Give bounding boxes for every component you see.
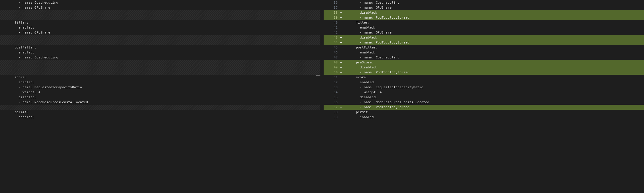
code-row[interactable]: - name: Coscheduling	[0, 0, 320, 5]
diff-sign	[340, 5, 343, 10]
code-row[interactable]: enabled:	[0, 80, 320, 85]
code-text: enabled:	[0, 25, 320, 30]
code-row[interactable]: 37 - name: GPUShare	[324, 5, 644, 10]
code-text: enabled:	[343, 50, 644, 55]
code-text: - name: NodeResourcesLeastAllocated	[343, 100, 644, 105]
line-number: 53	[324, 85, 340, 90]
code-row[interactable]: 50+ - name: PodTopologySpread	[324, 70, 644, 75]
code-row[interactable]: 38+ disabled:	[324, 10, 644, 15]
code-text: permit:	[343, 110, 644, 115]
code-row[interactable]: 59 enabled:	[324, 115, 644, 120]
code-row[interactable]: 54 weight: 4	[324, 90, 644, 95]
code-text: filter:	[0, 20, 320, 25]
code-row[interactable]: 56 - name: NodeResourcesLeastAllocated	[324, 100, 644, 105]
code-text: disabled:	[343, 35, 644, 40]
code-row[interactable]: enabled:	[0, 25, 320, 30]
diff-sign	[340, 110, 343, 115]
code-row[interactable]	[0, 105, 320, 110]
code-row[interactable]: 51 score:	[324, 75, 644, 80]
diff-sign: +	[340, 35, 343, 40]
code-row[interactable]: 46 enabled:	[324, 50, 644, 55]
code-row[interactable]	[0, 40, 320, 45]
code-row[interactable]	[0, 60, 320, 65]
line-number: 54	[324, 90, 340, 95]
line-number: 42	[324, 30, 340, 35]
code-row[interactable]: 47 - name: Coscheduling	[324, 55, 644, 60]
code-text: weight: 4	[0, 90, 320, 95]
code-text: disabled:	[343, 10, 644, 15]
code-row[interactable]: 49+ disabled:	[324, 65, 644, 70]
code-row[interactable]	[0, 10, 320, 15]
code-row[interactable]: - name: RequestedToCapacityRatio	[0, 85, 320, 90]
code-row[interactable]: filter:	[0, 20, 320, 25]
code-text: weight: 4	[343, 90, 644, 95]
line-number: 44	[324, 40, 340, 45]
code-row[interactable]: score:	[0, 75, 320, 80]
line-number: 41	[324, 25, 340, 30]
line-number: 36	[324, 0, 340, 5]
diff-view: - name: Coscheduling - name: GPUShare fi…	[0, 0, 644, 193]
code-row[interactable]: 52 enabled:	[324, 80, 644, 85]
code-text: - name: GPUShare	[343, 30, 644, 35]
code-row[interactable]: 43+ disabled:	[324, 35, 644, 40]
line-number: 48	[324, 60, 340, 65]
code-text: - name: GPUShare	[0, 30, 320, 35]
code-row[interactable]: 48+ preScore:	[324, 60, 644, 65]
code-text: disabled:	[0, 95, 320, 100]
line-number: 56	[324, 100, 340, 105]
pane-divider[interactable]	[320, 0, 324, 193]
code-row[interactable]: 39+ - name: PodTopologySpread	[324, 15, 644, 20]
line-number: 52	[324, 80, 340, 85]
code-text	[0, 65, 320, 70]
code-text	[0, 40, 320, 45]
code-text: preScore:	[343, 60, 644, 65]
code-row[interactable]: enabled:	[0, 115, 320, 120]
code-text: - name: PodTopologySpread	[343, 105, 644, 110]
code-row[interactable]: - name: GPUShare	[0, 30, 320, 35]
code-row[interactable]	[0, 65, 320, 70]
code-row[interactable]: - name: GPUShare	[0, 5, 320, 10]
line-number: 57	[324, 105, 340, 110]
code-text: filter:	[343, 20, 644, 25]
code-text: - name: PodTopologySpread	[343, 40, 644, 45]
code-row[interactable]	[0, 70, 320, 75]
code-text: - name: GPUShare	[0, 5, 320, 10]
code-text	[0, 70, 320, 75]
code-text: - name: GPUShare	[343, 5, 644, 10]
diff-sign	[340, 115, 343, 120]
code-row[interactable]: postFilter:	[0, 45, 320, 50]
code-text: enabled:	[0, 115, 320, 120]
code-text: - name: RequestedToCapacityRatio	[0, 85, 320, 90]
diff-sign: +	[340, 15, 343, 20]
diff-left-pane[interactable]: - name: Coscheduling - name: GPUShare fi…	[0, 0, 320, 193]
code-text: enabled:	[343, 25, 644, 30]
code-row[interactable]: permit:	[0, 110, 320, 115]
code-row[interactable]: 41 enabled:	[324, 25, 644, 30]
code-text: postFilter:	[343, 45, 644, 50]
code-text: - name: PodTopologySpread	[343, 70, 644, 75]
diff-sign	[340, 50, 343, 55]
code-row[interactable]: - name: NodeResourcesLeastAllocated	[0, 100, 320, 105]
code-row[interactable]: 57+ - name: PodTopologySpread	[324, 105, 644, 110]
code-row[interactable]: 42 - name: GPUShare	[324, 30, 644, 35]
code-text	[0, 10, 320, 15]
code-row[interactable]: - name: Coscheduling	[0, 55, 320, 60]
code-row[interactable]: 40 filter:	[324, 20, 644, 25]
code-row[interactable]: disabled:	[0, 95, 320, 100]
code-row[interactable]: 44+ - name: PodTopologySpread	[324, 40, 644, 45]
code-row[interactable]	[0, 15, 320, 20]
code-text: postFilter:	[0, 45, 320, 50]
diff-right-pane[interactable]: 36 - name: Coscheduling37 - name: GPUSha…	[324, 0, 644, 193]
line-number: 46	[324, 50, 340, 55]
code-text	[0, 60, 320, 65]
code-row[interactable]: 53 - name: RequestedToCapacityRatio	[324, 85, 644, 90]
code-row[interactable]: enabled:	[0, 50, 320, 55]
split-handle-icon[interactable]	[316, 75, 320, 76]
line-number: 37	[324, 5, 340, 10]
code-row[interactable]	[0, 35, 320, 40]
code-row[interactable]: 45 postFilter:	[324, 45, 644, 50]
code-row[interactable]: 58 permit:	[324, 110, 644, 115]
code-row[interactable]: weight: 4	[0, 90, 320, 95]
code-row[interactable]: 55 disabled:	[324, 95, 644, 100]
code-row[interactable]: 36 - name: Coscheduling	[324, 0, 644, 5]
